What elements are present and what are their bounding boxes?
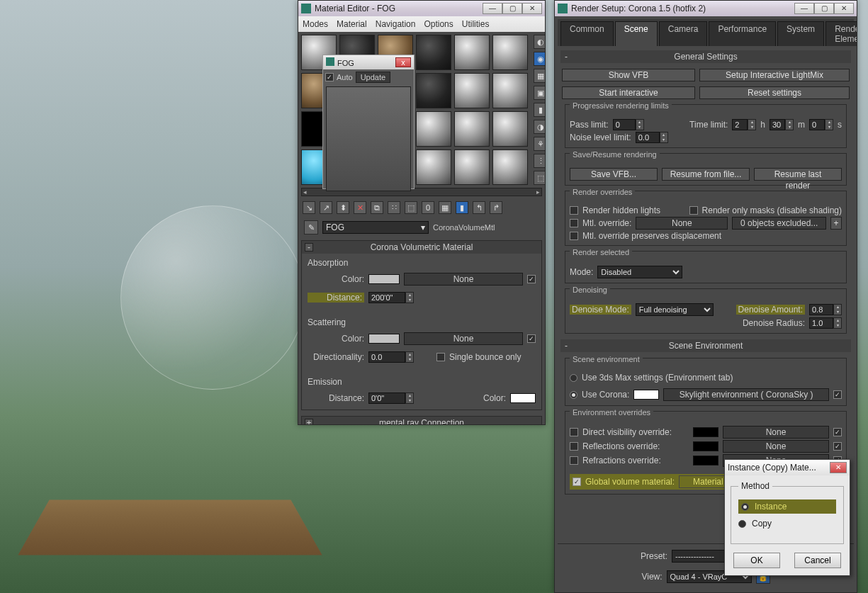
assign-icon[interactable]: ⬍ [337,201,349,214]
cancel-button[interactable]: Cancel [794,553,841,568]
uv-tile-icon[interactable]: ▣ [534,86,545,100]
use-corona-radio[interactable] [570,391,577,399]
maximize-button[interactable]: ▢ [814,3,834,14]
emission-color-swatch[interactable] [510,393,536,403]
preview-close-icon[interactable]: x [395,57,411,67]
resume-last-button[interactable]: Resume last render [754,168,842,181]
tab-performance[interactable]: Performance [709,21,776,46]
show-map-icon[interactable]: ▦ [439,201,451,214]
mtl-override-button[interactable]: None [636,217,728,230]
maximize-button[interactable]: ▢ [502,3,522,14]
absorption-map-enable[interactable] [527,275,536,283]
material-id-icon[interactable]: 0 [422,201,434,214]
rollout-toggle[interactable]: - [305,243,313,252]
put-to-lib-icon[interactable]: ⬚ [405,201,417,214]
start-interactive-button[interactable]: Start interactive [562,86,695,99]
tab-render-elements[interactable]: Render Elements [825,21,857,46]
menu-options[interactable]: Options [424,19,453,29]
tab-system[interactable]: System [777,21,824,46]
reset-settings-button[interactable]: Reset settings [699,86,850,99]
single-bounce-checkbox[interactable] [436,353,445,361]
only-masks-checkbox[interactable] [689,206,698,215]
ok-button[interactable]: OK [733,553,780,568]
pick-material-icon[interactable]: ✎ [304,220,318,235]
reflections-map[interactable]: None [723,440,829,453]
tab-common[interactable]: Common [560,21,614,46]
direct-vis-swatch[interactable] [693,427,718,437]
scattering-map-button[interactable]: None [404,332,523,345]
refractions-swatch[interactable] [693,456,718,465]
emission-distance-spinner[interactable]: ▴▾ [368,392,414,404]
mode-dropdown[interactable]: Disabled [597,266,682,278]
add-excluded-button[interactable]: + [830,217,842,230]
backlight-icon[interactable]: ◉ [534,52,545,66]
close-button[interactable]: ✕ [522,3,542,14]
skylight-enable[interactable] [833,390,842,399]
absorption-map-button[interactable]: None [404,273,523,286]
select-by-mat-icon[interactable]: ⋮ [534,154,545,168]
preserve-disp-checkbox[interactable] [570,232,578,240]
tab-camera[interactable]: Camera [659,21,708,46]
direct-vis-enable[interactable] [833,428,842,436]
options-icon[interactable]: ⚘ [534,137,545,151]
mat-map-icon[interactable]: ⬚ [534,171,545,185]
instance-radio[interactable] [741,503,749,511]
show-end-result-icon[interactable]: ▮ [456,201,468,214]
go-sibling-icon[interactable]: ↱ [490,201,502,214]
pass-limit-spinner[interactable]: ▴▾ [613,119,644,130]
scattering-map-enable[interactable] [527,334,536,343]
menu-navigation[interactable]: Navigation [376,19,416,29]
menu-modes[interactable]: Modes [303,19,328,29]
save-vfb-button[interactable]: Save VFB... [570,168,658,181]
material-editor-titlebar[interactable]: Material Editor - FOG — ▢ ✕ [298,1,545,16]
preview-icon[interactable]: ◑ [534,120,545,134]
reflections-swatch[interactable] [693,441,718,451]
direct-vis-map[interactable]: None [723,426,829,439]
tab-scene[interactable]: Scene [615,21,658,46]
scattering-color-swatch[interactable] [368,334,400,344]
refractions-checkbox[interactable] [570,456,578,465]
dialog-close-button[interactable]: ✕ [830,462,847,473]
env-color-swatch[interactable] [633,390,659,400]
material-type[interactable]: CoronaVolumeMtl [433,223,495,232]
reset-icon[interactable]: ✕ [354,201,366,214]
show-vfb-button[interactable]: Show VFB [562,69,695,81]
background-icon[interactable]: ▦ [534,69,545,83]
video-check-icon[interactable]: ▮ [534,103,545,117]
go-parent-icon[interactable]: ↰ [473,201,485,214]
time-h-spinner[interactable]: ▴▾ [732,119,756,130]
hidden-lights-checkbox[interactable] [570,206,578,215]
denoise-amount-spinner[interactable]: ▴▾ [809,304,842,315]
update-button[interactable]: Update [356,72,390,83]
directionality-spinner[interactable]: ▴▾ [368,351,414,363]
material-name-dropdown[interactable]: FOG▾ [322,221,429,234]
noise-limit-spinner[interactable]: ▴▾ [636,132,668,143]
excluded-button[interactable]: 0 objects excluded... [732,217,826,230]
make-copy-icon[interactable]: ⧉ [371,201,383,214]
distance-spinner[interactable]: ▴▾ [368,292,414,303]
minimize-button[interactable]: — [483,3,502,14]
minimize-button[interactable]: — [794,3,814,14]
setup-lightmix-button[interactable]: Setup Interactive LightMix [699,69,850,81]
close-button[interactable]: ✕ [834,3,854,14]
skylight-button[interactable]: Skylight environment ( CoronaSky ) [663,388,829,401]
auto-checkbox[interactable] [325,73,334,81]
render-setup-titlebar[interactable]: Render Setup: Corona 1.5 (hotfix 2) — ▢ … [555,1,857,16]
copy-radio[interactable] [738,520,746,528]
denoise-mode-dropdown[interactable]: Full denoising [636,303,714,316]
time-m-spinner[interactable]: ▴▾ [770,119,794,130]
get-material-icon[interactable]: ↘ [303,201,315,214]
reflections-checkbox[interactable] [570,442,578,451]
dialog-titlebar[interactable]: Instance (Copy) Mate... ✕ [725,460,850,475]
use-3dsmax-radio[interactable] [570,374,577,382]
material-preview-popup[interactable]: FOGx Auto Update [322,55,415,189]
mtl-override-checkbox[interactable] [570,219,578,227]
menu-utilities[interactable]: Utilities [462,19,490,29]
denoise-radius-spinner[interactable]: ▴▾ [809,317,842,329]
global-volume-checkbox[interactable] [573,478,581,486]
put-to-scene-icon[interactable]: ↗ [320,201,332,214]
reflections-enable[interactable] [833,442,842,451]
make-unique-icon[interactable]: ∷ [388,201,400,214]
menu-material[interactable]: Material [337,19,367,29]
absorption-color-swatch[interactable] [368,274,400,284]
